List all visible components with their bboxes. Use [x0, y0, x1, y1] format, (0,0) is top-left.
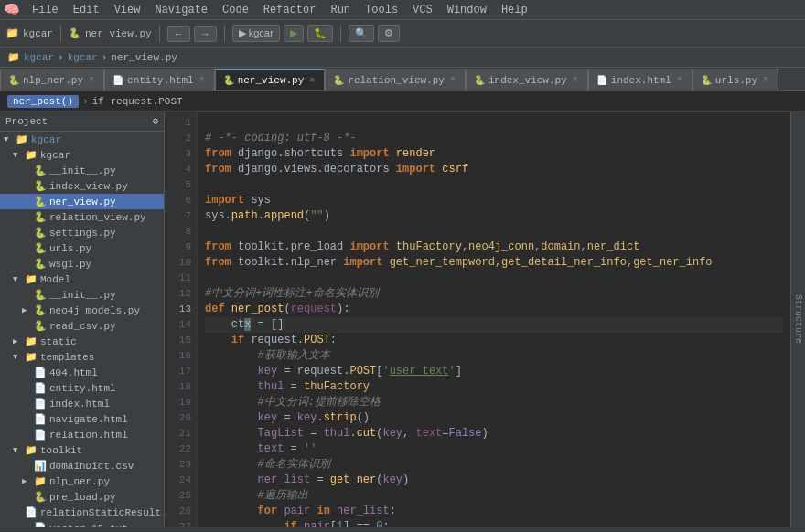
- tab-close-entity[interactable]: ×: [198, 75, 207, 85]
- menu-bar: 🧠 File Edit View Navigate Code Refactor …: [0, 0, 805, 20]
- file-icon-index-view: 🐍: [34, 180, 47, 192]
- sidebar-header: Project ⚙: [0, 112, 164, 132]
- structure-panel[interactable]: Structure: [790, 112, 805, 527]
- tree-model[interactable]: ▼ 📁 Model: [0, 271, 164, 287]
- tree-relation-view[interactable]: 🐍 relation_view.py: [0, 209, 164, 225]
- menu-item-edit[interactable]: Edit: [66, 0, 107, 19]
- tab-icon-urls: 🐍: [701, 75, 712, 86]
- tree-model-init[interactable]: 🐍 __init__.py: [0, 287, 164, 303]
- menu-item-vcs[interactable]: VCS: [405, 0, 440, 19]
- code-line-6: sys.path.append(""): [205, 209, 330, 222]
- tree-navigate[interactable]: 📄 navigate.html: [0, 411, 164, 427]
- menu-item-window[interactable]: Window: [440, 0, 494, 19]
- code-editor[interactable]: 1 2 3 4 5 6 7 8 9 10 11 12 13 14 15 16 1…: [165, 112, 790, 527]
- tree-nlp-ner[interactable]: ▶ 📁 nlp_ner.py: [0, 473, 164, 489]
- tree-label-navigate: navigate.html: [49, 414, 128, 425]
- tree-relation-html[interactable]: 📄 relation.html: [0, 427, 164, 442]
- code-line-15: #获取输入文本: [205, 349, 330, 362]
- tab-index-html[interactable]: 📄 index.html ×: [588, 69, 692, 90]
- toolbar-search-btn[interactable]: 🔍: [349, 25, 374, 42]
- tree-templates[interactable]: ▼ 📁 templates: [0, 349, 164, 365]
- line-num-20: 20: [165, 410, 191, 426]
- arrow-nlp-ner: ▶: [22, 476, 31, 486]
- line-num-24: 24: [165, 473, 191, 488]
- tab-relation-view[interactable]: 🐍 relation_view.py ×: [325, 69, 466, 90]
- menu-item-run[interactable]: Run: [323, 0, 358, 19]
- code-line-18: #中文分词:提前移除空格: [205, 396, 381, 409]
- tab-index-view[interactable]: 🐍 index_view.py ×: [466, 69, 588, 90]
- menu-item-navigate[interactable]: Navigate: [147, 0, 215, 19]
- line-num-11: 11: [165, 271, 191, 286]
- code-line-11: #中文分词+词性标注+命名实体识别: [205, 287, 379, 300]
- breadcrumb-folder[interactable]: kgcar: [68, 52, 98, 63]
- code-line-22: #命名实体识别: [205, 458, 330, 471]
- tab-entity[interactable]: 📄 entity.html ×: [104, 69, 215, 90]
- tree-toolkit[interactable]: ▼ 📁 toolkit: [0, 442, 164, 458]
- tree-neo4j-models[interactable]: ▶ 🐍 neo4j_models.py: [0, 303, 164, 318]
- toolbar: 📁 kgcar 🐍 ner_view.py ← → ▶ kgcar ▶ 🐛 🔍 …: [0, 20, 805, 48]
- tree-index-html[interactable]: 📄 index.html: [0, 396, 164, 411]
- toolbar-run-btn[interactable]: ▶: [284, 25, 304, 42]
- breadcrumb-icon: 📁: [7, 51, 20, 63]
- tree-root[interactable]: ▼ 📁 kgcar: [0, 132, 164, 147]
- code-content[interactable]: # -*- coding: utf-8 -*- from django.shor…: [198, 112, 790, 527]
- line-num-22: 22: [165, 442, 191, 457]
- line-num-19: 19: [165, 395, 191, 410]
- menu-item-view[interactable]: View: [107, 0, 148, 19]
- tree-label-settings: settings.py: [49, 228, 116, 239]
- breadcrumb-file[interactable]: ner_view.py: [111, 52, 177, 63]
- line-num-9: 9: [165, 239, 191, 255]
- tab-close-relation[interactable]: ×: [448, 75, 457, 85]
- menu-item-refactor[interactable]: Refactor: [256, 0, 324, 19]
- tree-index-view[interactable]: 🐍 index_view.py: [0, 178, 164, 194]
- sidebar-settings-icon[interactable]: ⚙: [152, 115, 158, 127]
- line-num-2: 2: [165, 131, 191, 146]
- toolbar-settings-btn[interactable]: ⚙: [378, 25, 400, 42]
- toolbar-back-btn[interactable]: ←: [167, 26, 190, 42]
- tree-vector[interactable]: 📄 vector_15.txt: [0, 520, 164, 527]
- tree-label-templates: templates: [40, 352, 94, 363]
- tab-ner-view[interactable]: 🐍 ner_view.py ×: [215, 69, 326, 90]
- menu-item-help[interactable]: Help: [494, 0, 535, 19]
- line-num-26: 26: [165, 504, 191, 519]
- tree-kgcar-folder[interactable]: ▼ 📁 kgcar: [0, 147, 164, 163]
- line-num-17: 17: [165, 364, 191, 379]
- tree-404[interactable]: 📄 404.html: [0, 365, 164, 380]
- editor-breadcrumb-func[interactable]: ner_post(): [7, 95, 79, 108]
- tree-label-model-init: __init__.py: [49, 290, 116, 301]
- tree-static[interactable]: ▶ 📁 static: [0, 334, 164, 349]
- tab-close-index-html[interactable]: ×: [675, 75, 684, 85]
- menu-item-tools[interactable]: Tools: [358, 0, 405, 19]
- tree-settings[interactable]: 🐍 settings.py: [0, 225, 164, 240]
- tree-domain-dict[interactable]: 📊 domainDict.csv: [0, 458, 164, 473]
- menu-item-file[interactable]: File: [25, 0, 66, 19]
- tree-label-domain: domainDict.csv: [49, 461, 134, 472]
- breadcrumb-project[interactable]: kgcar: [24, 52, 54, 63]
- tree-wsgi[interactable]: 🐍 wsgi.py: [0, 256, 164, 271]
- tab-close-urls[interactable]: ×: [761, 75, 770, 85]
- tab-urls[interactable]: 🐍 urls.py ×: [692, 69, 778, 90]
- editor-breadcrumb-condition[interactable]: if request.POST: [92, 96, 183, 107]
- tab-close-nlp[interactable]: ×: [87, 75, 96, 85]
- tab-close-index-view[interactable]: ×: [571, 75, 580, 85]
- toolbar-forward-btn[interactable]: →: [194, 26, 217, 42]
- tree-ner-view[interactable]: 🐍 ner_view.py: [0, 194, 164, 209]
- tree-read-csv[interactable]: 🐍 read_csv.py: [0, 318, 164, 334]
- arrow-toolkit: ▼: [13, 446, 22, 455]
- toolbar-debug-btn[interactable]: 🐛: [307, 25, 333, 42]
- tab-icon-index-view: 🐍: [474, 75, 485, 86]
- tree-label-nlp-ner: nlp_ner.py: [49, 476, 110, 487]
- file-icon-ner-view: 🐍: [34, 196, 47, 207]
- tab-close-ner[interactable]: ×: [307, 76, 317, 86]
- arrow-templates: ▼: [13, 353, 22, 362]
- tree-relation-static[interactable]: 📄 relationStaticResult.txt: [0, 505, 164, 520]
- tree-init[interactable]: 🐍 __init__.py: [0, 163, 164, 178]
- toolbar-run-config[interactable]: ▶ kgcar: [232, 25, 280, 42]
- menu-item-code[interactable]: Code: [215, 0, 256, 19]
- tab-nlp-ner[interactable]: 🐍 nlp_ner.py ×: [0, 69, 104, 90]
- file-icon-relation-html: 📄: [34, 429, 47, 441]
- tree-pre-load[interactable]: 🐍 pre_load.py: [0, 489, 164, 505]
- code-line-21: text = '': [205, 442, 317, 455]
- tree-urls[interactable]: 🐍 urls.py: [0, 240, 164, 256]
- tree-entity-html[interactable]: 📄 entity.html: [0, 380, 164, 396]
